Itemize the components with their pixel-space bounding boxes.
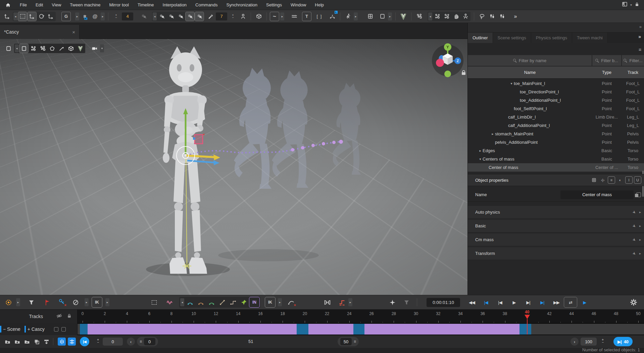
new-track-folder-button[interactable] — [3, 338, 11, 346]
track-segment-blue[interactable] — [519, 324, 531, 335]
interp-pin-button[interactable] — [239, 297, 249, 307]
joint-mode-icon[interactable] — [29, 44, 38, 53]
section-cm-mass[interactable]: Cm mass➤▸ — [468, 233, 644, 246]
more-arrow-icon[interactable]: ▸ — [101, 12, 105, 20]
filter-input-2[interactable]: Filter... — [622, 55, 644, 66]
prev-mode-arrow-icon[interactable]: ◂ — [15, 44, 19, 52]
prev-tool-arrow-icon[interactable]: ◂ — [13, 12, 17, 20]
section-auto-physics[interactable]: Auto physics➤▸ — [468, 206, 644, 219]
add-joint-button[interactable] — [415, 12, 424, 21]
list-icon[interactable]: ≡ — [140, 339, 142, 344]
menu-timeline[interactable]: Timeline — [133, 0, 158, 10]
eye-off-icon[interactable] — [56, 313, 62, 320]
expand-arrow-icon[interactable]: ▸ — [16, 298, 20, 306]
tree-row[interactable]: ▸EdgesBasicTorso — [468, 146, 644, 155]
track-segment-purple[interactable] — [88, 324, 297, 335]
tab-tween-machi[interactable]: Tween machi — [572, 33, 608, 43]
key-mode-1-icon[interactable] — [157, 12, 166, 21]
filter-input-0[interactable]: Filter by name — [468, 55, 592, 66]
interp-linear-button[interactable] — [217, 297, 227, 307]
hand-tool-icon[interactable] — [452, 12, 460, 21]
menu-tween-machine[interactable]: Tween machine — [65, 0, 105, 10]
interp-bezier-button[interactable] — [185, 297, 195, 307]
tree-row[interactable]: foot_Self0Point_lPointFoot_L — [468, 104, 644, 113]
animation-track-bar[interactable]: 51 — [78, 323, 644, 335]
interp-in-button[interactable]: IN — [249, 297, 259, 307]
list-icon[interactable]: ≡ — [354, 339, 356, 344]
list-view-icon[interactable]: ≡ — [608, 177, 615, 183]
expand-icon[interactable]: ▸ — [639, 252, 641, 255]
prev-interp-arrow-icon[interactable]: ◂ — [180, 298, 184, 306]
import-track-button[interactable] — [42, 338, 50, 346]
duplicate-track-button[interactable] — [33, 338, 41, 346]
loop-button[interactable]: ⇄ — [564, 297, 577, 307]
noise-wave-button[interactable] — [164, 297, 175, 307]
section-basic[interactable]: Basic➤▸ — [468, 220, 644, 232]
menu-help[interactable]: Help — [310, 0, 328, 10]
foot-pin-right-button[interactable] — [498, 12, 506, 21]
expand-icon[interactable]: ▸ — [639, 224, 641, 228]
section-transform[interactable]: Transform➤▸ — [468, 247, 644, 260]
scene-tab-cascy[interactable]: *Cascy × — [0, 25, 80, 39]
cascy-track-label[interactable]: + Cascy — [28, 326, 45, 332]
tree-row[interactable]: ▾Centers of massBasicTorso — [468, 155, 644, 163]
track-checkbox-1[interactable] — [54, 327, 58, 332]
fast-forward-button[interactable]: ▶▶ — [550, 297, 563, 307]
column-header-name[interactable]: Name — [468, 70, 592, 75]
play-button[interactable]: ▶ — [508, 297, 521, 307]
tree-row[interactable]: toe_AdditionalPoint_lPointFoot_L — [468, 96, 644, 104]
play-key-button[interactable]: ▶ — [578, 297, 591, 307]
start-stepper[interactable]: +− — [96, 339, 100, 344]
menu-window[interactable]: Window — [286, 0, 310, 10]
expand-arrow-icon[interactable]: ▸ — [105, 298, 109, 306]
camera-caret-icon[interactable]: ▾ — [100, 44, 104, 52]
delete-trajectory-button[interactable]: × — [286, 297, 296, 307]
key-mode-4-icon[interactable] — [186, 12, 194, 21]
name-input[interactable] — [560, 190, 634, 199]
tree-row[interactable]: pelvis_AdditionalPointPointPelvis — [468, 138, 644, 146]
spiral-tool-icon[interactable]: @ — [91, 12, 99, 21]
expander-icon[interactable]: ▾ — [509, 82, 514, 85]
menu-synchronization[interactable]: Synchronization — [222, 0, 262, 10]
menu-file[interactable]: File — [15, 0, 31, 10]
brackets-tool-icon[interactable]: [ ] — [315, 12, 324, 21]
chevron-down-icon[interactable]: ▾ — [630, 3, 632, 7]
playhead-marker[interactable] — [525, 315, 530, 319]
global-snap-button[interactable]: G — [62, 12, 70, 21]
move-tool-icon[interactable] — [28, 12, 36, 21]
settings-gear-icon[interactable] — [629, 297, 639, 307]
menu-view[interactable]: View — [47, 0, 65, 10]
rotation-ik-toggle[interactable]: RIK — [81, 12, 89, 21]
text-tool-icon[interactable]: T — [302, 12, 311, 21]
ik-toggle-2-button[interactable]: IK — [265, 297, 275, 307]
tree-row[interactable]: calf_LimbDir_lLimb Dire...Leg_L — [468, 113, 644, 121]
count-value[interactable]: 7 — [216, 12, 227, 20]
expand-icon[interactable]: ▸ — [639, 210, 641, 214]
expand-arrow-icon[interactable]: ▸ — [85, 298, 89, 306]
expand-arrow-icon[interactable]: ▸ — [348, 298, 352, 306]
cube-mode-icon[interactable] — [66, 44, 75, 53]
knife-mode-icon[interactable] — [57, 44, 66, 53]
wire-mode-icon[interactable] — [38, 44, 47, 53]
menu-interpolation[interactable]: Interpolation — [158, 0, 191, 10]
column-header-track[interactable]: Track — [622, 70, 644, 75]
track-segment-purple[interactable] — [308, 324, 353, 335]
menu-mirror-tool[interactable]: Mirror tool — [105, 0, 133, 10]
tabs-overflow-icon[interactable]: » — [638, 33, 644, 43]
offset-value[interactable]: 0 — [144, 338, 155, 345]
info-toggle-icon[interactable]: I — [626, 177, 632, 183]
more-arrow-icon[interactable]: ▸ — [280, 12, 284, 20]
scene-track-label[interactable]: − Scene — [3, 326, 20, 332]
menu-edit[interactable]: Edit — [31, 0, 47, 10]
auto-pin-button[interactable] — [387, 297, 397, 307]
marquee-select-tool-icon[interactable] — [18, 12, 27, 21]
toolbar-overflow-icon[interactable]: » — [511, 12, 520, 21]
prev-interval-button[interactable]: ‹ — [127, 338, 135, 346]
retime-stretch-button[interactable] — [322, 297, 332, 307]
expand-icon[interactable]: ▸ — [639, 238, 641, 241]
remove-track-folder-button[interactable] — [23, 338, 31, 346]
zoom-value[interactable]: 100 — [581, 338, 597, 346]
interp-bezier-v-button[interactable] — [196, 297, 206, 307]
prev-frame-button[interactable]: |◀ — [494, 297, 506, 307]
expander-icon[interactable]: ▸ — [478, 149, 483, 152]
